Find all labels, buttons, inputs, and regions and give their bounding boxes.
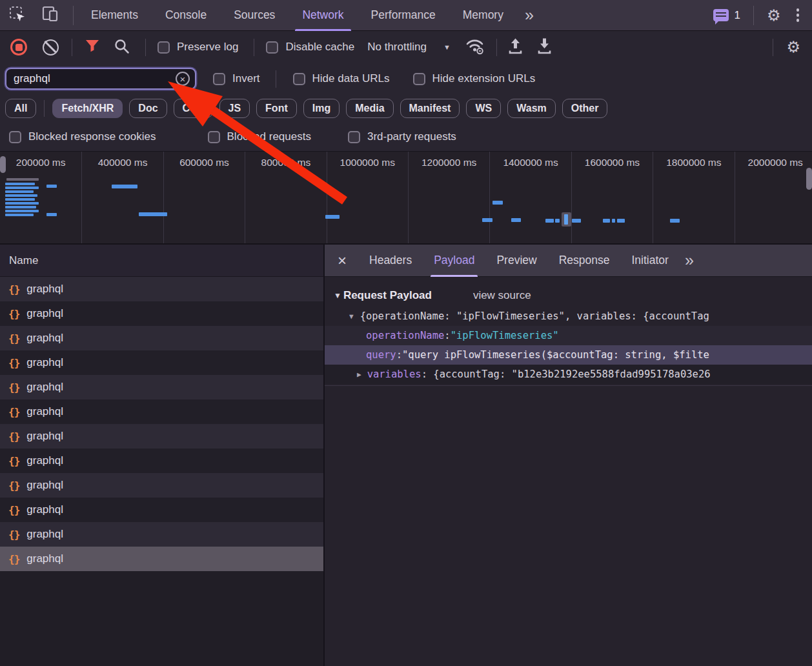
chip-js[interactable]: JS (219, 99, 250, 118)
settings-gear-icon[interactable]: ⚙ (767, 8, 781, 23)
tabbar-separator (73, 6, 74, 25)
hide-data-urls-checkbox[interactable] (293, 73, 305, 85)
request-row[interactable]: {}graphql (0, 326, 323, 350)
request-row[interactable]: {}graphql (0, 547, 323, 571)
throttling-caret-icon[interactable]: ▼ (443, 43, 451, 51)
third-party-requests-checkbox[interactable] (348, 131, 360, 143)
payload-summary-row[interactable]: ▼ {operationName: "ipFlowTimeseries", va… (325, 307, 812, 326)
tab-console[interactable]: Console (152, 0, 220, 31)
tab-sources[interactable]: Sources (220, 0, 289, 31)
clear-button[interactable] (43, 39, 59, 56)
timeline-column: 1600000 ms (571, 152, 653, 243)
record-button[interactable] (10, 39, 27, 56)
tabbar-icons (9, 6, 59, 25)
kebab-menu-icon[interactable] (793, 8, 804, 22)
blocked-requests-checkbox[interactable] (208, 131, 220, 143)
network-toolbar: Preserve log Disable cache No throttling… (0, 31, 812, 63)
request-row[interactable]: {}graphql (0, 277, 323, 301)
detail-more-tabs-icon[interactable]: » (680, 251, 698, 270)
waterfall-overview[interactable]: 200000 ms400000 ms600000 ms800000 ms1000… (0, 151, 812, 245)
request-row[interactable]: {}graphql (0, 375, 323, 399)
tab-performance[interactable]: Performance (358, 0, 449, 31)
summary-expanded-icon[interactable]: ▼ (349, 312, 354, 321)
inspect-element-icon[interactable] (9, 6, 26, 25)
request-row[interactable]: {}graphql (0, 399, 323, 424)
payload-variables-row[interactable]: ▶ variables: {accountTag: "b12e3b2192ee5… (325, 365, 812, 384)
view-source-link[interactable]: view source (473, 289, 531, 302)
chip-img[interactable]: Img (303, 99, 340, 118)
timeline-tick-label: 1800000 ms (653, 157, 734, 168)
disable-cache-checkbox[interactable] (266, 41, 278, 54)
detail-tab-initiator[interactable]: Initiator (620, 245, 679, 277)
section-expanded-icon[interactable]: ▼ (334, 291, 341, 300)
tabbar-right-separator (753, 6, 754, 25)
payload-query-row[interactable]: query: "query ipFlowTimeseries($accountT… (325, 345, 812, 365)
json-braces-icon: {} (8, 529, 19, 541)
search-icon[interactable] (114, 38, 130, 57)
json-braces-icon: {} (8, 504, 19, 516)
detail-tab-bar: × HeadersPayloadPreviewResponseInitiator… (325, 245, 812, 277)
request-row[interactable]: {}graphql (0, 301, 323, 326)
chip-all[interactable]: All (5, 99, 36, 118)
payload-panel: ▼ Request Payload view source ▼ {operati… (325, 277, 812, 386)
disable-cache-label: Disable cache (266, 41, 354, 54)
request-row[interactable]: {}graphql (0, 424, 323, 449)
request-name: graphql (26, 381, 63, 394)
request-row[interactable]: {}graphql (0, 473, 323, 498)
chip-manifest[interactable]: Manifest (400, 99, 460, 118)
json-braces-icon: {} (8, 406, 19, 418)
chip-font[interactable]: Font (256, 99, 297, 118)
detail-tab-headers[interactable]: Headers (358, 245, 423, 277)
name-column-header[interactable]: Name (0, 245, 323, 277)
device-toolbar-icon[interactable] (41, 6, 59, 25)
issues-button[interactable]: 1 (713, 9, 740, 22)
close-detail-icon[interactable]: × (325, 253, 358, 268)
network-conditions-icon[interactable] (465, 37, 485, 57)
toolbar-separator (254, 39, 254, 56)
chip-media[interactable]: Media (346, 99, 393, 118)
throttling-select[interactable]: No throttling (367, 41, 427, 54)
request-name: graphql (26, 283, 63, 296)
tab-network[interactable]: Network (289, 0, 357, 31)
chip-fetchxhr[interactable]: Fetch/XHR (52, 99, 123, 118)
detail-tab-payload[interactable]: Payload (423, 245, 485, 277)
detail-tabs: HeadersPayloadPreviewResponseInitiator (358, 245, 680, 277)
blocked-response-cookies-checkbox[interactable] (9, 131, 21, 143)
hide-extension-urls-checkbox[interactable] (413, 73, 425, 85)
chip-css[interactable]: CSS (174, 99, 213, 118)
chip-other[interactable]: Other (562, 99, 608, 118)
more-tabs-icon[interactable]: » (517, 6, 540, 25)
json-braces-icon: {} (8, 553, 19, 565)
variables-value: {accountTag: "b12e3b2192ee5588fdad995178… (433, 368, 710, 380)
timeline-tick-label: 200000 ms (0, 157, 81, 168)
detail-tab-preview[interactable]: Preview (485, 245, 547, 277)
payload-operation-name-row[interactable]: operationName: "ipFlowTimeseries" (325, 326, 812, 345)
filter-toggle-icon[interactable] (85, 39, 99, 55)
import-har-icon[interactable] (507, 37, 523, 57)
variables-collapsed-icon[interactable]: ▶ (357, 370, 361, 379)
network-settings-gear-icon[interactable]: ⚙ (786, 39, 800, 55)
issues-count: 1 (735, 9, 740, 22)
request-type-chips: AllFetch/XHRDocCSSJSFontImgMediaManifest… (0, 94, 812, 123)
request-name: graphql (26, 503, 63, 516)
variables-key: variables (367, 368, 421, 380)
filter-input[interactable] (14, 72, 176, 85)
tab-elements[interactable]: Elements (77, 0, 152, 31)
clear-filter-icon[interactable]: × (176, 72, 190, 86)
operation-name-key: operationName (366, 330, 444, 341)
chip-doc[interactable]: Doc (129, 99, 167, 118)
detail-tab-response[interactable]: Response (548, 245, 621, 277)
chip-wasm[interactable]: Wasm (507, 99, 556, 118)
tab-memory[interactable]: Memory (449, 0, 517, 31)
request-row[interactable]: {}graphql (0, 350, 323, 375)
request-name: graphql (26, 454, 63, 467)
request-row[interactable]: {}graphql (0, 522, 323, 547)
request-row[interactable]: {}graphql (0, 449, 323, 473)
request-payload-section: ▼ Request Payload view source (325, 285, 812, 307)
request-row[interactable]: {}graphql (0, 498, 323, 522)
hide-data-urls-label: Hide data URLs (293, 72, 390, 85)
invert-checkbox[interactable] (213, 73, 225, 85)
chip-ws[interactable]: WS (466, 99, 501, 118)
export-har-icon[interactable] (536, 37, 553, 57)
preserve-log-checkbox[interactable] (157, 41, 170, 54)
